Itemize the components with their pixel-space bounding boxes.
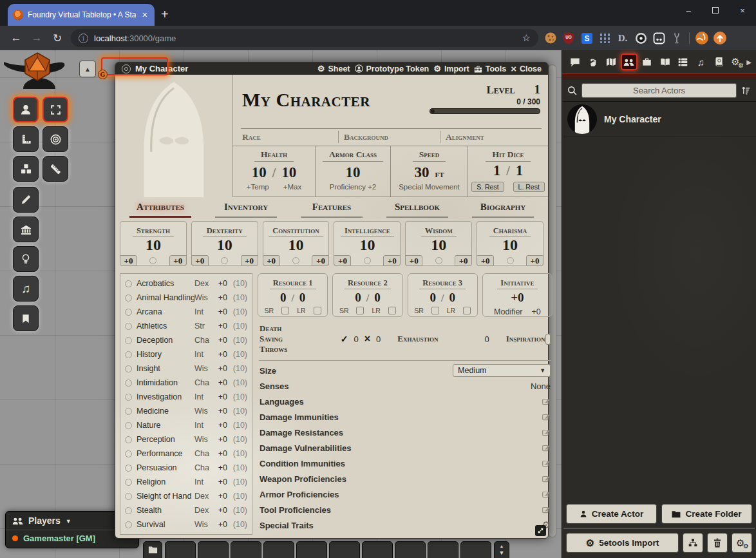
macro-slot[interactable] xyxy=(231,541,261,558)
ability-mod[interactable]: +0 xyxy=(241,255,258,266)
macro-slot[interactable] xyxy=(329,541,360,558)
character-portrait[interactable] xyxy=(115,75,233,197)
ability-proficiency-radio[interactable] xyxy=(507,257,514,264)
token-tool-button[interactable] xyxy=(13,97,39,122)
tab-chat[interactable] xyxy=(567,53,583,70)
skill-row[interactable]: Acrobatics Dex +0 (10) xyxy=(125,276,247,291)
tiles-tool-button[interactable] xyxy=(13,156,39,182)
resource-max[interactable]: 0 xyxy=(374,291,381,305)
skill-name[interactable]: Animal Handling xyxy=(137,293,194,302)
ability-score[interactable]: 10 xyxy=(334,237,400,253)
bookmark-star-icon[interactable]: ☆ xyxy=(522,32,531,44)
close-window-button[interactable]: × xyxy=(729,0,756,21)
skill-row[interactable]: Arcana Int +0 (10) xyxy=(125,305,247,319)
long-rest-button[interactable]: L. Rest xyxy=(513,182,545,192)
actor-row[interactable]: My Character xyxy=(562,102,756,137)
skill-proficiency-radio[interactable] xyxy=(125,408,132,415)
lens-icon[interactable] xyxy=(632,30,649,46)
hp-temp-label[interactable]: +Temp xyxy=(247,183,269,191)
death-failure-value[interactable]: 0 xyxy=(376,334,381,344)
ability-save[interactable]: +0 xyxy=(191,255,209,266)
ability-name[interactable]: Charisma xyxy=(489,226,531,237)
ability-save[interactable]: +0 xyxy=(477,255,494,266)
ability-save[interactable]: +0 xyxy=(405,255,422,266)
death-failure-icon[interactable]: × xyxy=(364,333,370,345)
tab-biography[interactable]: Biography xyxy=(472,202,534,218)
collapse-nav-button[interactable]: ▲ xyxy=(79,61,96,77)
ability-proficiency-radio[interactable] xyxy=(435,257,442,264)
new-tab-button[interactable]: + xyxy=(161,7,169,22)
skill-proficiency-radio[interactable] xyxy=(125,394,132,401)
skill-name[interactable]: Insight xyxy=(137,364,194,373)
ability-proficiency-radio[interactable] xyxy=(221,257,228,264)
skill-name[interactable]: Deception xyxy=(137,336,194,345)
skill-proficiency-radio[interactable] xyxy=(125,450,132,457)
skill-name[interactable]: Intimidation xyxy=(137,378,194,387)
resource-sr-checkbox[interactable] xyxy=(431,307,439,314)
create-actor-button[interactable]: Create Actor xyxy=(566,504,657,524)
tab-playlists[interactable]: ♫ xyxy=(692,53,709,70)
ability-proficiency-radio[interactable] xyxy=(292,257,299,264)
ac-value[interactable]: 10 xyxy=(346,164,361,181)
macro-slot[interactable] xyxy=(198,541,229,558)
size-select[interactable]: Medium▼ xyxy=(453,364,551,377)
sort-icon[interactable] xyxy=(741,86,751,95)
resource-title[interactable]: Resource 2 xyxy=(345,278,391,289)
reload-button[interactable]: ↻ xyxy=(48,28,67,48)
notes-tool-button[interactable] xyxy=(13,305,39,331)
resource-title[interactable]: Resource 1 xyxy=(270,278,316,289)
skill-row[interactable]: Performance Cha +0 (10) xyxy=(125,447,247,461)
exhaustion-value[interactable]: 0 xyxy=(484,334,489,344)
skill-proficiency-radio[interactable] xyxy=(125,351,132,358)
forward-button[interactable]: → xyxy=(27,28,46,48)
skill-name[interactable]: Sleight of Hand xyxy=(137,492,194,501)
edit-icon[interactable] xyxy=(542,490,551,499)
ability-save[interactable]: +0 xyxy=(334,255,351,266)
skill-name[interactable]: Investigation xyxy=(137,392,194,401)
skill-name[interactable]: History xyxy=(137,350,194,359)
skill-row[interactable]: Nature Int +0 (10) xyxy=(125,418,247,432)
players-collapse-icon[interactable]: ▼ xyxy=(66,518,71,524)
edit-icon[interactable] xyxy=(542,474,551,483)
inspiration-checkbox[interactable] xyxy=(545,334,551,345)
ruler-tool-button[interactable] xyxy=(43,156,68,182)
skill-name[interactable]: Stealth xyxy=(137,506,194,515)
death-success-value[interactable]: 0 xyxy=(354,334,358,344)
skill-name[interactable]: Acrobatics xyxy=(137,279,194,288)
tab-combat[interactable] xyxy=(585,53,601,70)
skill-row[interactable]: Religion Int +0 (10) xyxy=(125,475,247,489)
minimize-button[interactable]: – xyxy=(675,0,702,21)
create-folder-button[interactable]: Create Folder xyxy=(661,504,752,524)
5etools-import-button[interactable]: ⚙ 5etools Import xyxy=(566,533,679,553)
skill-proficiency-radio[interactable] xyxy=(125,337,132,344)
ability-score[interactable]: 10 xyxy=(120,237,186,253)
tab-spellbook[interactable]: Spellbook xyxy=(386,202,448,218)
resource-sr-checkbox[interactable] xyxy=(356,307,364,314)
ability-score[interactable]: 10 xyxy=(406,237,471,253)
skill-proficiency-radio[interactable] xyxy=(125,280,132,287)
resource-used[interactable]: 0 xyxy=(355,291,361,305)
ability-score[interactable]: 10 xyxy=(263,237,329,253)
macro-folder-button[interactable] xyxy=(143,541,162,558)
ability-proficiency-radio[interactable] xyxy=(149,257,156,264)
ublock-shield-icon[interactable]: UO xyxy=(560,30,577,46)
tab-items[interactable] xyxy=(639,53,656,70)
grid-bars-icon[interactable] xyxy=(596,30,613,46)
skill-name[interactable]: Medicine xyxy=(137,407,194,416)
background-field[interactable]: Background xyxy=(338,131,440,143)
edit-icon[interactable] xyxy=(542,505,551,514)
ability-score[interactable]: 10 xyxy=(192,237,258,253)
skill-row[interactable]: Deception Cha +0 (10) xyxy=(125,333,247,347)
tab-inventory[interactable]: Inventory xyxy=(215,202,277,218)
skill-name[interactable]: Perception xyxy=(137,435,194,444)
level-value[interactable]: 1 xyxy=(534,82,541,97)
edit-icon[interactable] xyxy=(542,459,551,468)
macro-slot[interactable] xyxy=(296,541,327,558)
screenshot-box-icon[interactable] xyxy=(650,30,667,46)
ability-mod[interactable]: +0 xyxy=(169,255,187,266)
skill-proficiency-radio[interactable] xyxy=(125,521,132,528)
ability-mod[interactable]: +0 xyxy=(312,255,329,266)
resource-used[interactable]: 0 xyxy=(280,291,287,305)
ability-mod[interactable]: +0 xyxy=(383,255,401,266)
tab-journal[interactable] xyxy=(657,53,674,70)
